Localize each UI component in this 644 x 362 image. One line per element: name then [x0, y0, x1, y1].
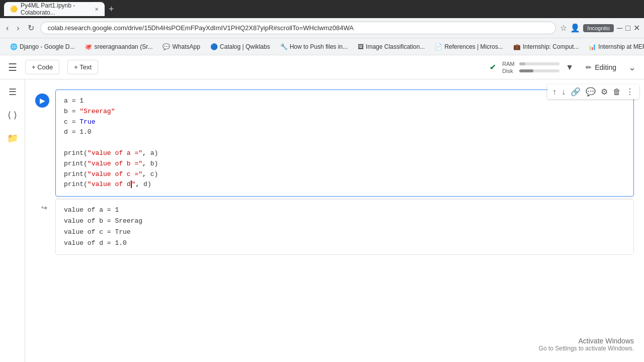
windows-activate: Activate Windows Go to Settings to activ…: [539, 337, 634, 352]
code-line-6: print("value of a =", a): [64, 148, 625, 159]
forward-button[interactable]: ›: [15, 22, 21, 35]
code-line-1: a = 1: [64, 96, 625, 107]
code-line-9: print("value of d", d): [64, 179, 625, 190]
whatsapp-icon: 💬: [163, 43, 170, 50]
ram-fill: [519, 62, 525, 65]
maximize-icon[interactable]: □: [625, 24, 630, 33]
add-text-label: + Text: [74, 63, 92, 71]
pencil-icon: ✏: [586, 63, 592, 71]
colab-container: ☰ + Code + Text ✔ RAM Disk: [0, 55, 644, 362]
activate-windows-line2: Go to Settings to activate Windows.: [539, 345, 634, 352]
code-line-7: print("value of b =", b): [64, 159, 625, 169]
bookmark-push[interactable]: 🔧 How to Push files in...: [276, 42, 352, 52]
references-icon: 📄: [435, 43, 442, 50]
link-button[interactable]: 🔗: [569, 86, 583, 98]
internship1-icon: 💼: [513, 43, 521, 50]
ram-bar: [519, 62, 559, 65]
ram-row: RAM: [502, 61, 559, 67]
output-cell-wrapper: ↪ value of a = 1 value of b = Sreerag va…: [55, 199, 634, 254]
settings-button[interactable]: ⚙: [599, 86, 610, 98]
output-icon: ↪: [37, 201, 51, 215]
cell-actions-toolbar: ↑ ↓ 🔗 💬 ⚙ 🗑 ⋮: [547, 84, 639, 99]
move-up-button[interactable]: ↑: [550, 86, 558, 98]
editing-label: Editing: [595, 63, 616, 71]
bookmark-push-label: How to Push files in...: [290, 43, 348, 50]
more-options-button[interactable]: ⋮: [624, 86, 636, 98]
output-line-3: value of c = True: [64, 227, 625, 238]
django-icon: 🌐: [10, 43, 18, 50]
toolbar-right: ✔ RAM Disk ▼ ✏ Editing: [490, 61, 636, 74]
checkmark-icon: ✔: [490, 62, 496, 72]
bookmark-references-label: References | Micros...: [444, 43, 503, 50]
tab-bar: 🟡 Py4ML Part1.ipynb - Colaborato... ✕ +: [0, 0, 644, 18]
notebook-wrapper: ↑ ↓ 🔗 💬 ⚙ 🗑 ⋮ ▶ a = 1 b = "Sreerag": [25, 79, 644, 260]
profile-icon[interactable]: 👤: [570, 23, 580, 33]
close-browser-icon[interactable]: ✕: [633, 23, 640, 33]
output-line-4: value of d = 1.0: [64, 238, 625, 249]
bookmark-django-label: Django - Google D...: [20, 43, 74, 50]
output-line-1: value of a = 1: [64, 205, 625, 216]
bookmark-internship1[interactable]: 💼 Internship: Comput...: [509, 42, 583, 52]
active-tab[interactable]: 🟡 Py4ML Part1.ipynb - Colaborato... ✕: [4, 2, 105, 16]
incognito-badge: Incognito: [583, 24, 614, 32]
add-text-button[interactable]: + Text: [67, 60, 98, 74]
sidebar-arrow-icon[interactable]: ⟨ ⟩: [5, 107, 20, 124]
new-tab-button[interactable]: +: [107, 4, 116, 15]
output-line-2: value of b = Sreerag: [64, 216, 625, 227]
comment-button[interactable]: 💬: [584, 86, 598, 98]
internship2-icon: 📊: [589, 43, 596, 50]
disk-row: Disk: [502, 68, 559, 74]
output-content: value of a = 1 value of b = Sreerag valu…: [56, 199, 633, 254]
disk-bar: [519, 69, 559, 72]
bookmark-image-label: Image Classification...: [366, 43, 425, 50]
bookmark-github-label: sreeragnaandan (Sr...: [94, 43, 152, 50]
ram-disk-section: RAM Disk: [502, 61, 559, 74]
disk-label: Disk: [502, 68, 516, 74]
code-line-4: d = 1.0: [64, 127, 625, 138]
add-code-label: + Code: [32, 63, 53, 71]
resources-dropdown-icon[interactable]: ▼: [566, 63, 574, 72]
activate-windows-line1: Activate Windows: [539, 337, 634, 345]
ram-label: RAM: [502, 61, 516, 67]
disk-fill: [519, 69, 533, 72]
code-line-2: b = "Sreerag": [64, 107, 625, 117]
sidebar: ☰ ⟨ ⟩ 📁: [0, 79, 25, 362]
back-button[interactable]: ‹: [4, 22, 11, 35]
bookmarks-bar: 🌐 Django - Google D... 🐙 sreeragnaandan …: [0, 38, 644, 55]
run-cell-button[interactable]: ▶: [35, 94, 49, 108]
refresh-button[interactable]: ↻: [26, 21, 36, 35]
bookmark-internship2[interactable]: 📊 Internship at MERI...: [585, 42, 644, 52]
move-down-button[interactable]: ↓: [559, 86, 568, 98]
code-line-5: [64, 138, 625, 148]
bookmark-internship2-label: Internship at MERI...: [598, 43, 644, 50]
tab-title: Py4ML Part1.ipynb - Colaborato...: [21, 2, 92, 16]
bookmark-django[interactable]: 🌐 Django - Google D...: [6, 42, 78, 52]
github-icon: 🐙: [85, 43, 92, 50]
nav-icons: ☆ 👤 Incognito ─ □ ✕: [560, 23, 640, 33]
sidebar-menu-icon[interactable]: ☰: [6, 83, 20, 101]
delete-button[interactable]: 🗑: [611, 86, 623, 98]
output-cell: value of a = 1 value of b = Sreerag valu…: [55, 199, 634, 254]
code-content[interactable]: a = 1 b = "Sreerag" c = True d = 1.0 pri…: [56, 90, 633, 196]
tab-favicon: 🟡: [10, 6, 18, 13]
address-bar[interactable]: [40, 22, 556, 34]
bookmark-star-icon[interactable]: ☆: [560, 23, 567, 33]
bookmark-references[interactable]: 📄 References | Micros...: [431, 42, 507, 52]
push-icon: 🔧: [280, 43, 288, 50]
sidebar-folder-icon[interactable]: 📁: [4, 130, 21, 147]
code-cell[interactable]: a = 1 b = "Sreerag" c = True d = 1.0 pri…: [55, 89, 634, 197]
code-line-3: c = True: [64, 117, 625, 128]
bookmark-whatsapp-label: WhatsApp: [172, 43, 200, 50]
nav-bar: ‹ › ↻ ☆ 👤 Incognito ─ □ ✕: [0, 18, 644, 38]
bookmark-whatsapp[interactable]: 💬 WhatsApp: [158, 42, 204, 52]
expand-icon[interactable]: ⌄: [628, 62, 636, 73]
bookmark-qwiklabs[interactable]: 🔵 Catalog | Qwiklabs: [206, 42, 274, 52]
add-code-button[interactable]: + Code: [25, 60, 59, 74]
bookmark-qwiklabs-label: Catalog | Qwiklabs: [220, 43, 270, 50]
bookmark-image[interactable]: 🖼 Image Classification...: [354, 42, 429, 52]
menu-icon[interactable]: ☰: [8, 61, 17, 73]
minimize-icon[interactable]: ─: [617, 24, 622, 33]
bookmark-github[interactable]: 🐙 sreeragnaandan (Sr...: [80, 42, 156, 52]
editing-button[interactable]: ✏ Editing: [580, 61, 622, 73]
tab-close-btn[interactable]: ✕: [95, 7, 99, 12]
